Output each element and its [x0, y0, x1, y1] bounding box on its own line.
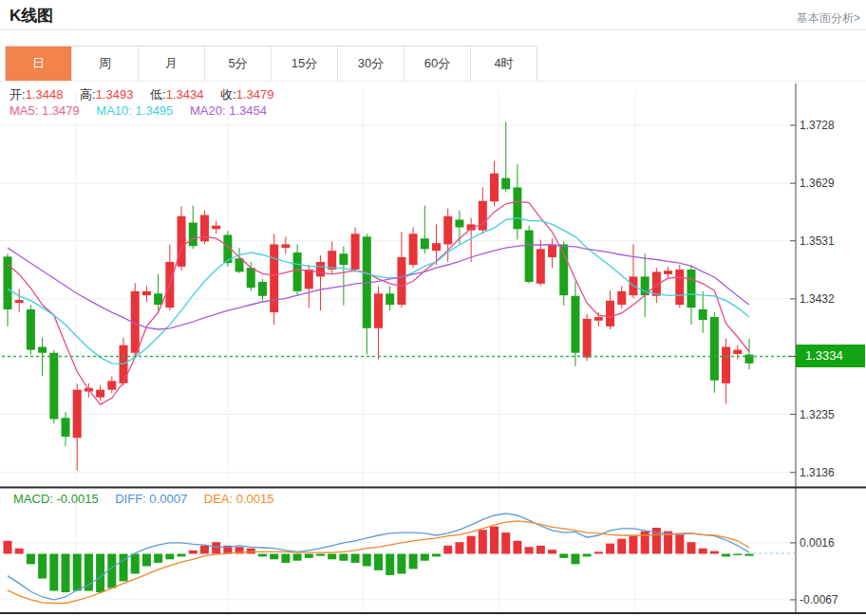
candle — [443, 216, 452, 245]
diff-label: DIFF: — [115, 492, 146, 506]
macd-bar — [200, 546, 209, 554]
macd-bar — [189, 551, 198, 554]
candle — [490, 174, 499, 202]
tab-5分[interactable]: 5分 — [205, 47, 272, 81]
candle — [339, 253, 348, 265]
macd-bar — [305, 554, 313, 558]
macd-bar — [467, 536, 476, 554]
interval-tabbar: 日周月5分15分30分60分4时 — [5, 46, 537, 82]
macd-bar — [490, 527, 499, 554]
macd-bar — [594, 551, 603, 553]
candle — [49, 353, 58, 420]
macd-bar — [501, 532, 510, 553]
candle — [293, 252, 302, 291]
macd-bar — [49, 554, 58, 591]
macd-bar — [73, 554, 82, 591]
ma10-label: MA10: — [96, 103, 132, 118]
macd-bar — [62, 554, 70, 592]
open-label: 开: — [9, 87, 26, 102]
macd-bar — [744, 554, 753, 556]
macd-bar — [374, 554, 383, 570]
candle — [212, 226, 220, 230]
macd-bar — [363, 554, 371, 567]
macd-bar — [699, 549, 707, 554]
ma5-value: 1.3479 — [42, 103, 80, 118]
y-axis-label: 1.3235 — [800, 408, 862, 421]
tab-日[interactable]: 日 — [6, 47, 72, 81]
macd-bar — [710, 551, 719, 554]
candle — [328, 251, 336, 270]
macd-bar — [281, 554, 290, 563]
candle — [710, 317, 719, 381]
close-value: 1.3479 — [236, 87, 274, 102]
candle — [525, 231, 534, 282]
high-label: 高: — [80, 87, 96, 102]
candle — [559, 244, 568, 295]
candle — [258, 282, 267, 296]
macd-bar — [142, 554, 151, 567]
macd-bar — [154, 554, 162, 563]
macd-bar — [733, 554, 742, 556]
candle — [27, 309, 35, 350]
ma20-label: MA20: — [190, 103, 226, 118]
macd-bar — [38, 554, 47, 579]
candle — [96, 390, 104, 398]
open-value: 1.3448 — [26, 87, 64, 102]
candle — [281, 244, 290, 248]
diff-value: 0.0007 — [149, 492, 187, 506]
macd-bar — [548, 550, 556, 553]
macd-legend: MACD: -0.0015 DIFF: 0.0007 DEA: 0.0015 — [13, 492, 287, 506]
tab-30分[interactable]: 30分 — [338, 47, 405, 81]
candle — [675, 270, 684, 305]
candle — [455, 219, 463, 227]
macd-bar — [397, 554, 405, 574]
candle — [548, 244, 556, 257]
fundamental-analysis-link[interactable]: 基本面分析> — [797, 10, 860, 27]
macd-bar — [107, 554, 116, 588]
candle — [154, 293, 162, 305]
candle — [699, 309, 707, 320]
candle — [687, 270, 695, 308]
candle — [142, 291, 151, 295]
ma-legend: MA5: 1.3479 MA10: 1.3495 MA20: 1.3454 — [9, 103, 280, 118]
macd-bar — [15, 549, 24, 554]
ma5-label: MA5: — [9, 103, 38, 118]
candle — [606, 301, 614, 327]
kline-page: K线图 基本面分析> 日周月5分15分30分60分4时 开:1.3448 高:1… — [0, 0, 866, 616]
candle — [73, 390, 82, 439]
candle — [178, 216, 186, 267]
tab-15分[interactable]: 15分 — [272, 47, 338, 81]
macd-bar — [316, 554, 325, 556]
macd-bar — [270, 554, 278, 560]
macd-bar — [328, 554, 336, 560]
tab-60分[interactable]: 60分 — [405, 47, 471, 81]
low-value: 1.3434 — [166, 87, 204, 102]
macd-bar — [722, 554, 730, 557]
macd-bar — [178, 554, 186, 557]
candle — [305, 270, 313, 289]
macd-bar — [247, 549, 255, 554]
candle — [189, 223, 198, 247]
candle — [571, 296, 579, 353]
tab-4时[interactable]: 4时 — [471, 47, 537, 81]
macd-bar — [559, 554, 568, 558]
macd-bar — [479, 530, 487, 553]
y-axis-label: 1.3136 — [800, 466, 862, 479]
macd-bar — [571, 554, 579, 565]
y-axis-label: 1.3432 — [800, 292, 862, 306]
candle — [583, 319, 592, 358]
candle — [107, 381, 116, 389]
macd-axis-label: -0.0067 — [800, 593, 862, 607]
candle — [386, 293, 394, 305]
candle — [479, 201, 487, 231]
tab-月[interactable]: 月 — [139, 47, 205, 81]
tabbar-underline — [0, 81, 866, 82]
macd-bar — [432, 554, 441, 557]
macd-bar — [4, 541, 12, 554]
macd-bar — [583, 554, 592, 557]
candle — [652, 271, 661, 295]
ohlc-legend: 开:1.3448 高:1.3493 低:1.3434 收:1.3479 — [9, 86, 287, 103]
macd-bar — [258, 554, 267, 557]
macd-bar — [606, 544, 614, 554]
tab-周[interactable]: 周 — [72, 47, 139, 81]
